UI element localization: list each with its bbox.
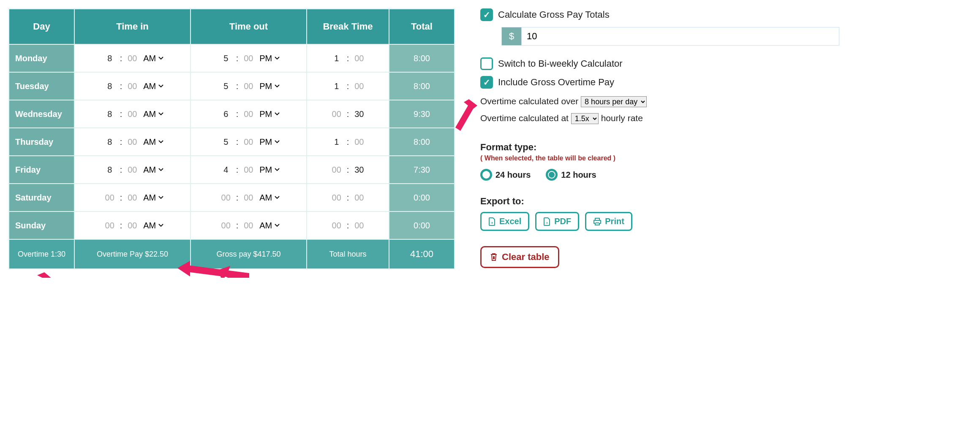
time-in-min[interactable] xyxy=(124,137,141,147)
time-out-ampm[interactable]: AM xyxy=(259,221,280,230)
time-in-min[interactable] xyxy=(124,165,141,175)
export-excel-label: Excel xyxy=(499,217,521,226)
time-in-ampm[interactable]: AM xyxy=(143,193,163,202)
day-label: Friday xyxy=(9,156,74,184)
row-total: 0:00 xyxy=(389,184,455,211)
time-out-hour[interactable] xyxy=(218,221,234,230)
break-min[interactable] xyxy=(351,54,368,63)
colon: : xyxy=(345,165,351,174)
time-in-min[interactable] xyxy=(124,54,141,63)
label-12h: 12 hours xyxy=(561,170,596,180)
break-hour[interactable] xyxy=(328,81,345,91)
time-in-hour[interactable] xyxy=(101,54,118,63)
row-total: 0:00 xyxy=(389,211,455,239)
break-hour[interactable] xyxy=(328,54,345,63)
time-out-min[interactable] xyxy=(240,165,257,175)
colon: : xyxy=(234,81,240,91)
time-out-min[interactable] xyxy=(240,81,257,91)
day-label: Tuesday xyxy=(9,72,74,100)
label-ot-at-pre: Overtime calculated at xyxy=(480,113,569,123)
time-out-hour[interactable] xyxy=(218,54,234,63)
break-min[interactable] xyxy=(351,109,368,119)
table-row: Wednesday:AM:PM:9:30 xyxy=(9,100,455,128)
time-in-ampm[interactable]: AM xyxy=(143,165,163,174)
time-out-ampm[interactable]: AM xyxy=(259,193,280,202)
row-total: 8:00 xyxy=(389,72,455,100)
footer-total-hours: 41:00 xyxy=(389,239,455,269)
day-label: Sunday xyxy=(9,211,74,239)
break-min[interactable] xyxy=(351,193,368,203)
time-in-ampm[interactable]: AM xyxy=(143,81,163,91)
break-min[interactable] xyxy=(351,81,368,91)
table-row: Thursday:AM:PM:8:00 xyxy=(9,128,455,156)
header-out: Time out xyxy=(191,9,307,44)
time-in-hour[interactable] xyxy=(101,109,118,119)
export-pdf-button[interactable]: A PDF xyxy=(535,212,579,231)
colon: : xyxy=(118,81,124,91)
time-out-hour[interactable] xyxy=(218,81,234,91)
select-ot-over[interactable]: 8 hours per day xyxy=(581,96,647,107)
time-in-hour[interactable] xyxy=(101,137,118,147)
time-in-min[interactable] xyxy=(124,193,141,203)
clear-table-button[interactable]: Clear table xyxy=(480,246,559,268)
break-hour[interactable] xyxy=(328,137,345,147)
colon: : xyxy=(345,81,351,91)
time-out-min[interactable] xyxy=(240,54,257,63)
break-hour[interactable] xyxy=(328,109,345,119)
break-hour[interactable] xyxy=(328,221,345,230)
colon: : xyxy=(345,109,351,119)
row-total: 8:00 xyxy=(389,44,455,72)
checkbox-calc-gross[interactable] xyxy=(480,8,493,21)
colon: : xyxy=(118,193,124,202)
annotation-arrow-3 xyxy=(215,266,258,278)
export-pdf-label: PDF xyxy=(554,217,571,226)
time-out-hour[interactable] xyxy=(218,193,234,203)
break-hour[interactable] xyxy=(328,193,345,203)
time-in-min[interactable] xyxy=(124,221,141,230)
time-out-min[interactable] xyxy=(240,221,257,230)
time-in-hour[interactable] xyxy=(101,193,118,203)
time-out-hour[interactable] xyxy=(218,109,234,119)
checkbox-biweekly[interactable] xyxy=(480,57,493,70)
break-min[interactable] xyxy=(351,221,368,230)
radio-24h[interactable] xyxy=(480,169,492,181)
break-hour[interactable] xyxy=(328,165,345,175)
table-row: Tuesday:AM:PM:8:00 xyxy=(9,72,455,100)
time-in-ampm[interactable]: AM xyxy=(143,221,163,230)
day-label: Wednesday xyxy=(9,100,74,128)
time-out-ampm[interactable]: PM xyxy=(259,137,280,146)
annotation-arrow-4 xyxy=(25,270,59,278)
time-in-ampm[interactable]: AM xyxy=(143,54,163,63)
day-label: Saturday xyxy=(9,184,74,211)
time-in-hour[interactable] xyxy=(101,221,118,230)
time-in-ampm[interactable]: AM xyxy=(143,137,163,146)
time-out-hour[interactable] xyxy=(218,165,234,175)
break-min[interactable] xyxy=(351,137,368,147)
time-out-ampm[interactable]: PM xyxy=(259,165,280,174)
break-min[interactable] xyxy=(351,165,368,175)
export-excel-button[interactable]: x Excel xyxy=(480,212,529,231)
radio-12h[interactable] xyxy=(546,169,558,181)
time-out-ampm[interactable]: PM xyxy=(259,81,280,91)
label-ot-over: Overtime calculated over xyxy=(480,96,578,106)
time-in-hour[interactable] xyxy=(101,81,118,91)
day-label: Monday xyxy=(9,44,74,72)
time-out-min[interactable] xyxy=(240,109,257,119)
time-out-ampm[interactable]: PM xyxy=(259,109,280,119)
export-title: Export to: xyxy=(480,196,700,207)
hourly-rate-input[interactable] xyxy=(522,27,839,46)
time-out-hour[interactable] xyxy=(218,137,234,147)
label-calc-gross: Calculate Gross Pay Totals xyxy=(498,9,610,20)
time-in-ampm[interactable]: AM xyxy=(143,109,163,119)
export-print-button[interactable]: Print xyxy=(585,212,632,231)
time-out-min[interactable] xyxy=(240,137,257,147)
time-in-min[interactable] xyxy=(124,109,141,119)
select-ot-at[interactable]: 1.5x xyxy=(571,113,599,124)
time-out-ampm[interactable]: PM xyxy=(259,54,280,63)
pdf-icon: A xyxy=(543,217,551,226)
colon: : xyxy=(345,54,351,63)
time-in-hour[interactable] xyxy=(101,165,118,175)
time-out-min[interactable] xyxy=(240,193,257,203)
time-in-min[interactable] xyxy=(124,81,141,91)
checkbox-include-ot[interactable] xyxy=(480,76,493,89)
